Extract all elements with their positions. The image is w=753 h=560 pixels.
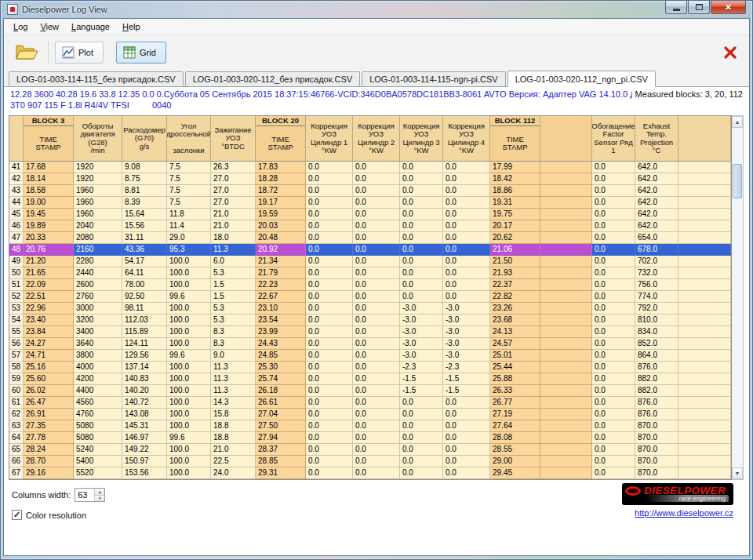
cell[interactable]: 145.31 (122, 420, 167, 432)
cell[interactable]: 64.11 (122, 267, 167, 279)
row-number[interactable]: 44 (9, 197, 24, 209)
row-number[interactable]: 67 (9, 467, 24, 479)
cell[interactable] (678, 467, 731, 479)
close-log-button[interactable] (721, 43, 740, 62)
cell[interactable]: 864.0 (635, 350, 678, 362)
cell[interactable]: 143.08 (122, 409, 167, 420)
maximize-button[interactable] (688, 1, 710, 14)
cell[interactable]: 21.50 (490, 256, 540, 267)
cell[interactable] (678, 385, 731, 397)
cell[interactable]: 5.3 (211, 267, 256, 279)
menu-help[interactable]: Help (116, 20, 147, 34)
cell[interactable]: 0.0 (400, 244, 443, 256)
row-number[interactable]: 48 (9, 244, 24, 256)
cell[interactable]: 21.65 (24, 267, 74, 279)
cell[interactable]: 17.99 (490, 162, 540, 173)
cell[interactable]: -3.0 (443, 315, 490, 326)
cell[interactable]: 2440 (74, 267, 122, 279)
cell[interactable]: 0.0 (443, 256, 490, 267)
cell[interactable]: 0.0 (306, 444, 353, 456)
website-link[interactable]: http://www.dieselpower.cz (635, 508, 733, 518)
cell[interactable]: 0.0 (353, 267, 400, 279)
column-header[interactable]: Обороты двигателя (G28) /min (74, 116, 122, 162)
cell[interactable]: 11.3 (211, 373, 256, 385)
minimize-button[interactable] (665, 1, 687, 14)
cell[interactable]: -3.0 (400, 338, 443, 350)
cell[interactable] (678, 220, 731, 232)
cell[interactable]: 0.0 (353, 279, 400, 291)
cell[interactable] (678, 303, 731, 315)
cell[interactable]: 100.0 (167, 315, 211, 326)
cell[interactable]: 0.0 (592, 432, 635, 444)
table-row[interactable]: 5523.843400115.89100.08.323.990.00.0-3.0… (9, 326, 731, 338)
column-header[interactable]: Расходомер (G70) g/s (122, 116, 167, 162)
cell[interactable]: 20.48 (256, 232, 306, 244)
cell[interactable]: 8.3 (211, 338, 256, 350)
cell[interactable]: 17.83 (256, 162, 306, 173)
cell[interactable]: 4560 (74, 397, 122, 409)
row-number[interactable]: 54 (9, 315, 24, 326)
cell[interactable]: 112.03 (122, 315, 167, 326)
cell[interactable] (540, 326, 592, 338)
row-number[interactable]: 53 (9, 303, 24, 315)
cell[interactable]: 0.0 (400, 444, 443, 456)
cell[interactable]: -3.0 (443, 350, 490, 362)
cell[interactable]: 8.81 (122, 185, 167, 197)
cell[interactable]: 2760 (74, 291, 122, 303)
cell[interactable]: 0.0 (443, 409, 490, 420)
cell[interactable]: -1.5 (443, 385, 490, 397)
cell[interactable]: 28.08 (490, 432, 540, 444)
cell[interactable]: 23.84 (24, 326, 74, 338)
cell[interactable]: 29.16 (24, 467, 74, 479)
cell[interactable]: 78.00 (122, 279, 167, 291)
cell[interactable]: -1.5 (443, 373, 490, 385)
cell[interactable]: 0.0 (592, 444, 635, 456)
cell[interactable]: 0.0 (443, 267, 490, 279)
row-number[interactable]: 61 (9, 397, 24, 409)
cell[interactable]: 26.33 (490, 385, 540, 397)
cell[interactable]: -3.0 (400, 350, 443, 362)
cell[interactable]: 0.0 (443, 291, 490, 303)
cell[interactable]: 100.0 (167, 444, 211, 456)
open-file-button[interactable] (12, 40, 42, 65)
cell[interactable]: 870.0 (635, 467, 678, 479)
cell[interactable]: 0.0 (443, 444, 490, 456)
cell[interactable]: 25.74 (256, 373, 306, 385)
cell[interactable]: 0.0 (306, 373, 353, 385)
cell[interactable]: 774.0 (635, 291, 678, 303)
row-number[interactable]: 56 (9, 338, 24, 350)
cell[interactable]: 0.0 (592, 397, 635, 409)
cell[interactable]: 29.0 (167, 232, 211, 244)
cell[interactable]: 642.0 (635, 209, 678, 220)
cell[interactable]: 0.0 (592, 409, 635, 420)
cell[interactable]: 0.0 (353, 220, 400, 232)
cell[interactable]: 150.97 (122, 456, 167, 467)
cell[interactable]: 19.59 (256, 209, 306, 220)
row-number[interactable]: 58 (9, 362, 24, 373)
cell[interactable]: 99.6 (167, 291, 211, 303)
cell[interactable]: 5080 (74, 432, 122, 444)
cell[interactable]: 0.0 (592, 338, 635, 350)
plot-button[interactable]: Plot (55, 42, 104, 64)
cell[interactable]: 26.18 (256, 385, 306, 397)
cell[interactable]: -3.0 (443, 326, 490, 338)
cell[interactable]: 0.0 (443, 185, 490, 197)
cell[interactable]: 870.0 (635, 432, 678, 444)
cell[interactable]: -3.0 (400, 326, 443, 338)
column-header[interactable]: Коррекция УОЗ Цилиндр 4 °KW (443, 116, 490, 162)
cell[interactable]: 19.00 (24, 197, 74, 209)
row-number[interactable]: 41 (9, 162, 24, 173)
cell[interactable] (540, 444, 592, 456)
cell[interactable]: 0.0 (306, 162, 353, 173)
row-number[interactable]: 55 (9, 326, 24, 338)
cell[interactable]: 29.00 (490, 456, 540, 467)
cell[interactable]: 0.0 (400, 209, 443, 220)
cell[interactable]: 0.0 (400, 173, 443, 185)
cell[interactable]: 0.0 (353, 373, 400, 385)
cell[interactable]: 23.99 (256, 326, 306, 338)
cell[interactable]: 5520 (74, 467, 122, 479)
cell[interactable]: 0.0 (592, 326, 635, 338)
cell[interactable]: 0.0 (306, 244, 353, 256)
column-header[interactable]: BLOCK 20TIME STAMP (256, 116, 306, 162)
cell[interactable]: 0.0 (306, 173, 353, 185)
